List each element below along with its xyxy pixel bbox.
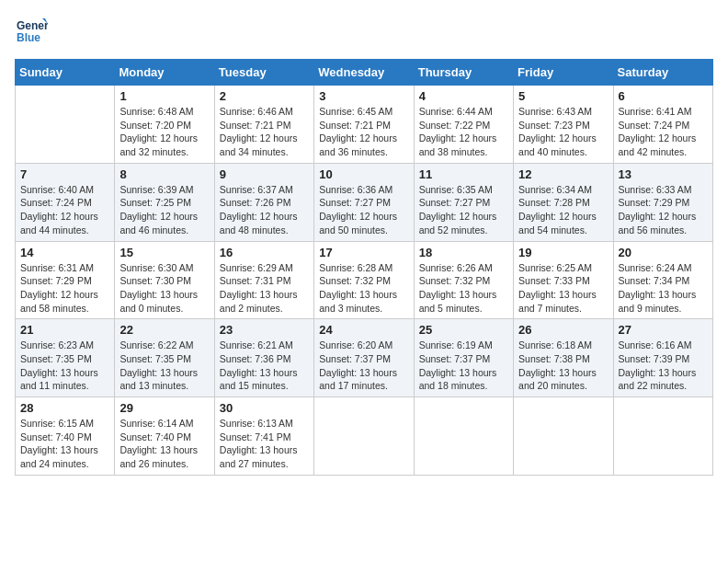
- calendar-cell: 18Sunrise: 6:26 AM Sunset: 7:32 PM Dayli…: [414, 241, 513, 319]
- day-info: Sunrise: 6:13 AM Sunset: 7:41 PM Dayligh…: [220, 417, 309, 471]
- day-number: 6: [619, 89, 708, 103]
- calendar-cell: 29Sunrise: 6:14 AM Sunset: 7:40 PM Dayli…: [115, 397, 214, 476]
- calendar-cell: [16, 86, 115, 164]
- weekday-header: Thursday: [414, 60, 513, 86]
- day-info: Sunrise: 6:41 AM Sunset: 7:24 PM Dayligh…: [619, 105, 708, 159]
- calendar-cell: [414, 397, 513, 476]
- day-number: 1: [119, 89, 209, 103]
- weekday-header: Sunday: [16, 60, 115, 86]
- day-number: 30: [220, 401, 309, 415]
- calendar-week-row: 21Sunrise: 6:23 AM Sunset: 7:35 PM Dayli…: [16, 319, 713, 397]
- logo: General Blue: [15, 15, 48, 48]
- day-number: 2: [220, 89, 309, 103]
- calendar-cell: [613, 397, 712, 476]
- day-number: 11: [419, 167, 508, 181]
- svg-text:General: General: [17, 19, 48, 32]
- weekday-header: Wednesday: [314, 60, 414, 86]
- calendar-cell: 30Sunrise: 6:13 AM Sunset: 7:41 PM Dayli…: [214, 397, 313, 476]
- logo-icon: General Blue: [15, 15, 48, 48]
- calendar-cell: 8Sunrise: 6:39 AM Sunset: 7:25 PM Daylig…: [115, 163, 214, 241]
- calendar-week-row: 7Sunrise: 6:40 AM Sunset: 7:24 PM Daylig…: [16, 163, 713, 241]
- day-info: Sunrise: 6:35 AM Sunset: 7:27 PM Dayligh…: [419, 183, 508, 237]
- weekday-header: Monday: [115, 60, 214, 86]
- day-info: Sunrise: 6:48 AM Sunset: 7:20 PM Dayligh…: [119, 105, 209, 159]
- day-number: 3: [319, 89, 408, 103]
- day-info: Sunrise: 6:33 AM Sunset: 7:29 PM Dayligh…: [619, 183, 708, 237]
- svg-text:Blue: Blue: [17, 31, 40, 44]
- day-number: 15: [119, 246, 209, 259]
- weekday-header: Tuesday: [214, 60, 313, 86]
- day-info: Sunrise: 6:40 AM Sunset: 7:24 PM Dayligh…: [20, 183, 109, 237]
- day-number: 16: [220, 246, 309, 259]
- day-number: 25: [419, 323, 508, 337]
- day-number: 13: [619, 167, 708, 181]
- calendar-cell: 2Sunrise: 6:46 AM Sunset: 7:21 PM Daylig…: [214, 86, 313, 164]
- day-info: Sunrise: 6:36 AM Sunset: 7:27 PM Dayligh…: [319, 183, 408, 237]
- day-info: Sunrise: 6:28 AM Sunset: 7:32 PM Dayligh…: [319, 261, 408, 316]
- day-info: Sunrise: 6:22 AM Sunset: 7:35 PM Dayligh…: [119, 339, 209, 393]
- calendar-cell: 16Sunrise: 6:29 AM Sunset: 7:31 PM Dayli…: [214, 241, 313, 319]
- calendar-cell: 5Sunrise: 6:43 AM Sunset: 7:23 PM Daylig…: [514, 86, 613, 164]
- day-info: Sunrise: 6:34 AM Sunset: 7:28 PM Dayligh…: [518, 183, 608, 237]
- calendar-cell: 27Sunrise: 6:16 AM Sunset: 7:39 PM Dayli…: [613, 319, 712, 397]
- calendar-cell: 6Sunrise: 6:41 AM Sunset: 7:24 PM Daylig…: [613, 86, 712, 164]
- day-info: Sunrise: 6:46 AM Sunset: 7:21 PM Dayligh…: [220, 105, 309, 159]
- day-number: 29: [119, 401, 209, 415]
- calendar-cell: 4Sunrise: 6:44 AM Sunset: 7:22 PM Daylig…: [414, 86, 513, 164]
- day-info: Sunrise: 6:16 AM Sunset: 7:39 PM Dayligh…: [619, 339, 708, 393]
- day-info: Sunrise: 6:43 AM Sunset: 7:23 PM Dayligh…: [518, 105, 608, 159]
- calendar-cell: 26Sunrise: 6:18 AM Sunset: 7:38 PM Dayli…: [514, 319, 613, 397]
- calendar-cell: 22Sunrise: 6:22 AM Sunset: 7:35 PM Dayli…: [115, 319, 214, 397]
- calendar-cell: 3Sunrise: 6:45 AM Sunset: 7:21 PM Daylig…: [314, 86, 414, 164]
- day-number: 4: [419, 89, 508, 103]
- day-info: Sunrise: 6:45 AM Sunset: 7:21 PM Dayligh…: [319, 105, 408, 159]
- day-info: Sunrise: 6:24 AM Sunset: 7:34 PM Dayligh…: [619, 261, 708, 316]
- calendar-cell: 9Sunrise: 6:37 AM Sunset: 7:26 PM Daylig…: [214, 163, 313, 241]
- calendar-cell: 11Sunrise: 6:35 AM Sunset: 7:27 PM Dayli…: [414, 163, 513, 241]
- day-info: Sunrise: 6:30 AM Sunset: 7:30 PM Dayligh…: [119, 261, 209, 316]
- calendar-cell: 12Sunrise: 6:34 AM Sunset: 7:28 PM Dayli…: [514, 163, 613, 241]
- day-info: Sunrise: 6:23 AM Sunset: 7:35 PM Dayligh…: [20, 339, 109, 393]
- calendar-cell: 15Sunrise: 6:30 AM Sunset: 7:30 PM Dayli…: [115, 241, 214, 319]
- day-info: Sunrise: 6:19 AM Sunset: 7:37 PM Dayligh…: [419, 339, 508, 393]
- day-number: 21: [20, 323, 109, 337]
- day-info: Sunrise: 6:44 AM Sunset: 7:22 PM Dayligh…: [419, 105, 508, 159]
- day-info: Sunrise: 6:25 AM Sunset: 7:33 PM Dayligh…: [518, 261, 608, 316]
- day-number: 19: [518, 246, 608, 259]
- calendar-week-row: 14Sunrise: 6:31 AM Sunset: 7:29 PM Dayli…: [16, 241, 713, 319]
- day-number: 27: [619, 323, 708, 337]
- page-header: General Blue: [15, 15, 713, 48]
- day-number: 23: [220, 323, 309, 337]
- calendar-cell: 24Sunrise: 6:20 AM Sunset: 7:37 PM Dayli…: [314, 319, 414, 397]
- calendar-cell: 14Sunrise: 6:31 AM Sunset: 7:29 PM Dayli…: [16, 241, 115, 319]
- calendar-cell: [514, 397, 613, 476]
- calendar-cell: 28Sunrise: 6:15 AM Sunset: 7:40 PM Dayli…: [16, 397, 115, 476]
- day-number: 24: [319, 323, 408, 337]
- calendar-cell: 1Sunrise: 6:48 AM Sunset: 7:20 PM Daylig…: [115, 86, 214, 164]
- day-number: 26: [518, 323, 608, 337]
- day-info: Sunrise: 6:18 AM Sunset: 7:38 PM Dayligh…: [518, 339, 608, 393]
- day-number: 10: [319, 167, 408, 181]
- day-info: Sunrise: 6:15 AM Sunset: 7:40 PM Dayligh…: [20, 417, 109, 471]
- calendar-cell: 7Sunrise: 6:40 AM Sunset: 7:24 PM Daylig…: [16, 163, 115, 241]
- calendar-cell: 17Sunrise: 6:28 AM Sunset: 7:32 PM Dayli…: [314, 241, 414, 319]
- calendar-header-row: SundayMondayTuesdayWednesdayThursdayFrid…: [16, 60, 713, 86]
- day-info: Sunrise: 6:20 AM Sunset: 7:37 PM Dayligh…: [319, 339, 408, 393]
- day-number: 14: [20, 246, 109, 259]
- day-info: Sunrise: 6:21 AM Sunset: 7:36 PM Dayligh…: [220, 339, 309, 393]
- calendar-cell: [314, 397, 414, 476]
- day-info: Sunrise: 6:29 AM Sunset: 7:31 PM Dayligh…: [220, 261, 309, 316]
- day-info: Sunrise: 6:14 AM Sunset: 7:40 PM Dayligh…: [119, 417, 209, 471]
- day-number: 18: [419, 246, 508, 259]
- day-number: 8: [119, 167, 209, 181]
- day-number: 5: [518, 89, 608, 103]
- calendar-cell: 13Sunrise: 6:33 AM Sunset: 7:29 PM Dayli…: [613, 163, 712, 241]
- calendar-week-row: 28Sunrise: 6:15 AM Sunset: 7:40 PM Dayli…: [16, 397, 713, 476]
- day-number: 22: [119, 323, 209, 337]
- calendar-table: SundayMondayTuesdayWednesdayThursdayFrid…: [15, 59, 713, 476]
- calendar-cell: 25Sunrise: 6:19 AM Sunset: 7:37 PM Dayli…: [414, 319, 513, 397]
- weekday-header: Saturday: [613, 60, 712, 86]
- day-info: Sunrise: 6:31 AM Sunset: 7:29 PM Dayligh…: [20, 261, 109, 316]
- day-info: Sunrise: 6:39 AM Sunset: 7:25 PM Dayligh…: [119, 183, 209, 237]
- calendar-cell: 20Sunrise: 6:24 AM Sunset: 7:34 PM Dayli…: [613, 241, 712, 319]
